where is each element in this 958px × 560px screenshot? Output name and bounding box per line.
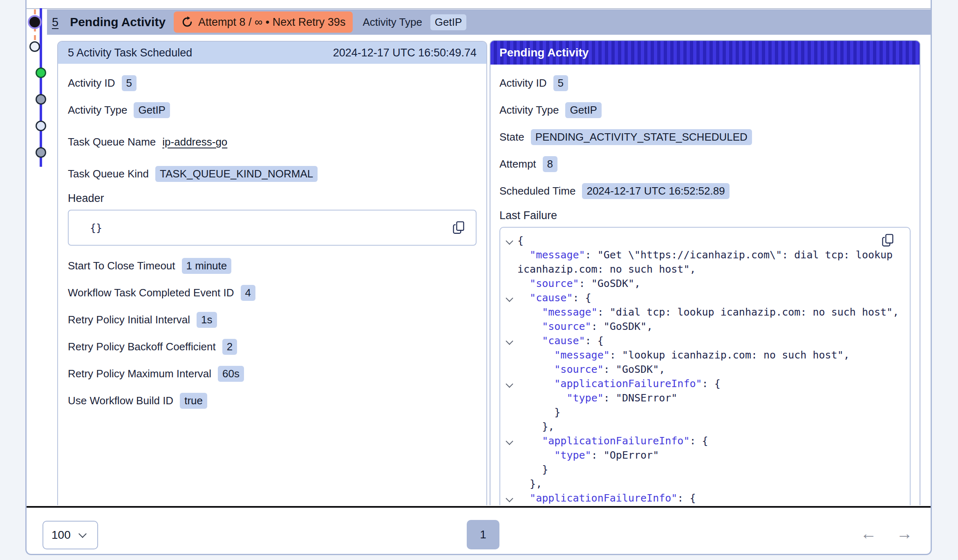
- code-gutter: [505, 348, 517, 362]
- code-text: "source": "GoSDK",: [517, 276, 640, 291]
- code-line: {: [505, 233, 902, 248]
- event-details-area: 5 Activity Task Scheduled 2024-12-17 UTC…: [27, 40, 931, 505]
- code-line: "message": "Get \"https://icanhazip.com\…: [505, 248, 902, 262]
- code-text: {: [517, 233, 524, 248]
- code-text: "message": "Get \"https://icanhazip.com\…: [517, 248, 893, 262]
- field-label: Activity ID: [68, 77, 115, 90]
- last-failure-code-block: { "message": "Get \"https://icanhazip.co…: [499, 227, 911, 505]
- field-value-badge: 2024-12-17 UTC 16:52:52.89: [582, 183, 729, 199]
- code-line: "message": "lookup icanhazip.com: no suc…: [505, 348, 902, 362]
- page-size-select[interactable]: 100: [43, 521, 98, 549]
- field-label: Activity Type: [68, 104, 127, 116]
- code-line: }: [505, 462, 902, 477]
- field-row: Attempt8: [499, 155, 911, 172]
- field-value-badge: 4: [241, 285, 255, 301]
- last-failure-label: Last Failure: [499, 209, 911, 222]
- field-label: Task Queue Kind: [68, 168, 149, 180]
- code-gutter: [505, 276, 517, 291]
- copy-icon[interactable]: [452, 221, 465, 235]
- event-summary-row[interactable]: 5 Pending Activity Attempt 8 / ∞ • Next …: [47, 9, 931, 35]
- code-gutter: [505, 434, 517, 448]
- footer-divider: [27, 506, 931, 508]
- page-number: 1: [480, 528, 486, 541]
- code-gutter: [505, 305, 517, 319]
- code-gutter: [505, 376, 517, 391]
- field-row: Workflow Task Completed Event ID4: [68, 284, 477, 301]
- field-value-badge: GetIP: [134, 102, 170, 118]
- code-text: "cause": {: [517, 291, 591, 305]
- code-gutter: [505, 477, 517, 491]
- previous-page-arrow[interactable]: ←: [860, 524, 877, 542]
- code-text: "message": "dial tcp: lookup icanhazip.c…: [517, 305, 899, 319]
- left-panel-timestamp: 2024-12-17 UTC 16:50:49.74: [333, 47, 477, 59]
- field-value-badge: GetIP: [565, 102, 601, 118]
- copy-icon[interactable]: [881, 233, 894, 247]
- code-text: "applicationFailureInfo": {: [517, 376, 721, 391]
- code-text: "source": "GoSDK",: [517, 319, 653, 334]
- code-text: },: [517, 419, 554, 434]
- field-label: Use Workflow Build ID: [68, 394, 173, 407]
- code-line: "source": "GoSDK",: [505, 276, 902, 291]
- retry-attempt-badge: Attempt 8 / ∞ • Next Retry 39s: [174, 11, 353, 33]
- code-line: }: [505, 405, 902, 419]
- code-text: }: [517, 405, 560, 419]
- code-text: "applicationFailureInfo": {: [517, 491, 696, 505]
- field-label: Workflow Task Completed Event ID: [68, 287, 234, 299]
- event-id-link[interactable]: 5: [52, 16, 58, 29]
- field-row: Retry Policy Initial Interval1s: [68, 311, 477, 328]
- collapse-chevron-icon[interactable]: [506, 495, 513, 502]
- page-number-button[interactable]: 1: [467, 520, 499, 549]
- field-row: Retry Policy Maximum Interval60s: [68, 365, 477, 382]
- field-row: StatePENDING_ACTIVITY_STATE_SCHEDULED: [499, 128, 911, 146]
- collapse-chevron-icon[interactable]: [506, 337, 513, 345]
- pending-activity-header: Pending Activity: [490, 41, 920, 65]
- row-divider: [27, 8, 931, 9]
- code-gutter: [505, 233, 517, 248]
- field-value-badge: 8: [543, 156, 557, 172]
- code-gutter: [505, 448, 517, 462]
- code-gutter: [505, 262, 517, 276]
- code-gutter: [505, 291, 517, 305]
- activity-type-badge: GetIP: [430, 14, 466, 30]
- code-gutter: [505, 319, 517, 334]
- field-value-badge: 1 minute: [182, 258, 232, 274]
- event-title: Pending Activity: [70, 15, 166, 29]
- field-label: Activity Type: [499, 104, 559, 116]
- collapse-chevron-icon[interactable]: [506, 294, 513, 302]
- field-row: Use Workflow Build IDtrue: [68, 392, 477, 409]
- collapse-chevron-icon[interactable]: [506, 437, 513, 445]
- code-line: icanhazip.com: no such host",: [505, 262, 902, 276]
- field-label: Task Queue Name: [68, 136, 156, 148]
- timeline-current-event-dot[interactable]: [29, 17, 40, 27]
- header-section-label: Header: [68, 192, 477, 205]
- header-payload-box: {}: [68, 210, 477, 246]
- next-page-arrow[interactable]: →: [896, 524, 913, 542]
- field-row: Task Queue Nameip-address-go: [68, 133, 477, 150]
- left-panel-title: 5 Activity Task Scheduled: [68, 47, 192, 59]
- field-row: Retry Policy Backoff Coefficient2: [68, 338, 477, 355]
- field-row: Activity TypeGetIP: [68, 101, 477, 119]
- field-label: Retry Policy Initial Interval: [68, 314, 190, 326]
- field-label: Start To Close Timeout: [68, 260, 175, 272]
- code-line: "type": "OpError": [505, 448, 902, 462]
- field-value-badge: PENDING_ACTIVITY_STATE_SCHEDULED: [531, 129, 752, 145]
- field-value-badge: TASK_QUEUE_KIND_NORMAL: [155, 166, 318, 182]
- field-value-badge: 1s: [197, 312, 217, 328]
- header-payload-value: {}: [90, 222, 102, 234]
- collapse-chevron-icon[interactable]: [506, 237, 513, 244]
- code-text: "applicationFailureInfo": {: [517, 434, 708, 448]
- code-line: "cause": {: [505, 334, 902, 348]
- code-text: "type": "DNSError": [517, 391, 677, 405]
- code-line: "source": "GoSDK",: [505, 319, 902, 334]
- page-size-value: 100: [51, 529, 71, 542]
- task-queue-link[interactable]: ip-address-go: [162, 136, 227, 148]
- code-text: "message": "lookup icanhazip.com: no suc…: [517, 348, 850, 362]
- code-line: },: [505, 477, 902, 491]
- field-row: Scheduled Time2024-12-17 UTC 16:52:52.89: [499, 182, 911, 199]
- field-row: Start To Close Timeout1 minute: [68, 257, 477, 274]
- collapse-chevron-icon[interactable]: [506, 380, 513, 388]
- left-panel-header: 5 Activity Task Scheduled 2024-12-17 UTC…: [58, 42, 486, 64]
- field-label: Activity ID: [499, 77, 547, 90]
- field-label: Retry Policy Maximum Interval: [68, 367, 211, 380]
- code-gutter: [505, 462, 517, 477]
